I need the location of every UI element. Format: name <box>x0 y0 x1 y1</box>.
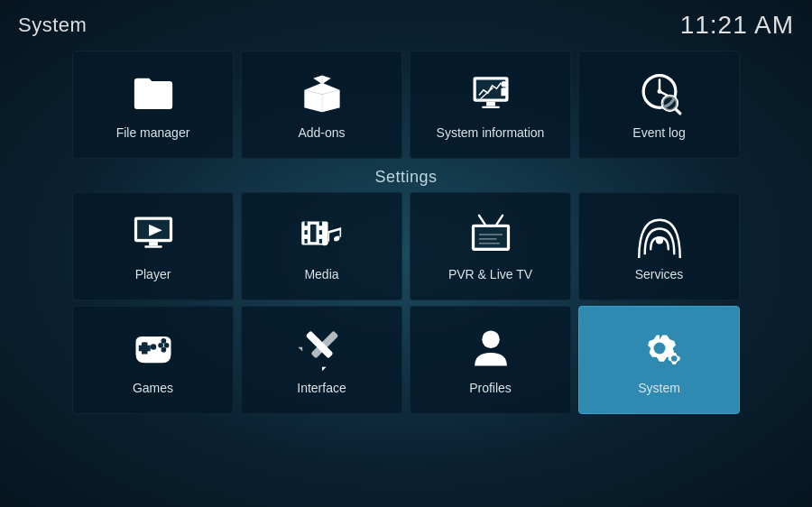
tile-player-label: Player <box>135 267 171 281</box>
tile-file-manager[interactable]: File manager <box>72 51 234 159</box>
settings-row-1: Player Media <box>0 192 812 300</box>
tile-system-information[interactable]: System information <box>410 51 571 159</box>
tile-profiles[interactable]: Profiles <box>410 306 571 414</box>
svg-rect-22 <box>318 221 321 226</box>
tile-file-manager-label: File manager <box>116 125 190 140</box>
svg-line-29 <box>496 216 503 225</box>
folder-icon <box>130 69 177 116</box>
settings-row-2: Games Interface <box>0 306 812 414</box>
tile-pvr-live-tv[interactable]: PVR & Live TV <box>410 192 571 300</box>
svg-point-40 <box>150 344 156 350</box>
tile-event-log-label: Event log <box>632 125 685 140</box>
svg-rect-2 <box>486 102 495 106</box>
tile-system-information-label: System information <box>437 125 545 140</box>
player-icon <box>130 211 177 258</box>
tile-interface[interactable]: Interface <box>241 306 402 414</box>
svg-point-38 <box>161 338 166 344</box>
svg-rect-23 <box>318 230 321 235</box>
svg-marker-42 <box>319 364 326 371</box>
svg-rect-16 <box>149 242 158 245</box>
tile-services[interactable]: Services <box>578 192 740 300</box>
tile-media-label: Media <box>304 267 338 281</box>
eventlog-icon <box>636 69 683 116</box>
svg-rect-20 <box>304 230 307 235</box>
system-icon <box>636 325 683 372</box>
page-title: System <box>18 14 87 37</box>
interface-icon <box>299 325 346 372</box>
svg-rect-25 <box>310 225 317 243</box>
tile-media[interactable]: Media <box>241 192 402 300</box>
svg-point-4 <box>501 81 507 88</box>
svg-rect-17 <box>144 245 162 247</box>
svg-line-11 <box>675 108 680 114</box>
settings-label: Settings <box>0 168 812 187</box>
sysinfo-icon <box>467 69 514 116</box>
tile-games[interactable]: Games <box>72 306 234 414</box>
tile-add-ons[interactable]: Add-ons <box>241 51 402 159</box>
tile-system-label: System <box>638 381 680 395</box>
tile-interface-label: Interface <box>297 381 346 395</box>
pvr-icon <box>467 211 514 258</box>
media-icon <box>299 211 346 258</box>
addons-icon <box>299 69 346 116</box>
games-icon <box>130 325 177 372</box>
svg-point-36 <box>158 343 163 348</box>
svg-point-37 <box>163 343 169 348</box>
tile-games-label: Games <box>133 381 173 395</box>
svg-rect-21 <box>304 239 307 244</box>
svg-rect-24 <box>318 239 321 244</box>
svg-rect-27 <box>475 227 507 248</box>
svg-marker-44 <box>299 346 304 352</box>
svg-point-45 <box>482 331 500 349</box>
svg-line-28 <box>479 216 485 225</box>
tile-services-label: Services <box>635 267 684 281</box>
tile-system[interactable]: System <box>578 306 740 414</box>
svg-point-12 <box>662 96 677 110</box>
tile-player[interactable]: Player <box>72 192 234 300</box>
svg-rect-19 <box>304 221 307 226</box>
tile-profiles-label: Profiles <box>469 381 512 395</box>
page-wrapper: System 11:21 AM File manager <box>0 0 812 507</box>
tile-pvr-live-tv-label: PVR & Live TV <box>448 267 532 281</box>
profiles-icon <box>467 325 514 372</box>
top-tiles-row: File manager <box>0 51 812 159</box>
svg-rect-3 <box>482 106 500 108</box>
svg-point-39 <box>161 347 166 353</box>
svg-point-46 <box>653 343 665 355</box>
services-icon <box>636 211 683 258</box>
svg-point-47 <box>671 355 678 362</box>
tile-add-ons-label: Add-ons <box>298 125 345 140</box>
header: System 11:21 AM <box>0 0 812 47</box>
clock: 11:21 AM <box>680 11 794 40</box>
tile-event-log[interactable]: Event log <box>578 51 740 159</box>
